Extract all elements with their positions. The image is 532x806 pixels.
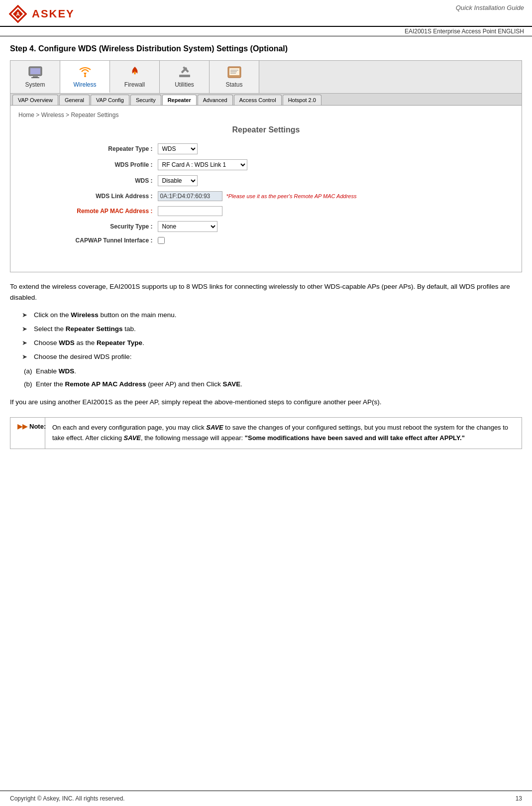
intro-text: To extend the wireless coverage, EAI2001… [10, 281, 522, 303]
breadcrumb: Home > Wireless > Repeater Settings [18, 112, 514, 118]
form-table: Repeater Type : WDS None WDS Profile : [68, 143, 464, 244]
wds-link-address-row: WDS Link Address : *Please use it as the… [68, 191, 464, 201]
note-label: ▶▶ Note: [10, 418, 45, 449]
list-item-4: ➤ Choose the desired WDS profile: [22, 351, 522, 362]
nav-btn-system[interactable]: System [10, 61, 60, 93]
bullet-arrow-1: ➤ [22, 310, 29, 321]
form-area: Home > Wireless > Repeater Settings Repe… [10, 106, 522, 272]
form-title: Repeater Settings [18, 125, 514, 134]
logo-area: A ASKEY [8, 4, 75, 24]
nav-firewall-label: Firewall [124, 81, 145, 88]
logo-text: ASKEY [32, 7, 75, 20]
security-type-control: None WPA2 [158, 221, 217, 232]
sub-step-a: (a) Enable WDS. [24, 366, 522, 377]
nav-system-label: System [25, 81, 45, 88]
remote-ap-row: Remote AP MAC Address : [68, 206, 464, 216]
note-box: ▶▶ Note: On each and every configuration… [10, 417, 522, 449]
quick-guide-label: Quick Installation Guide [456, 4, 524, 11]
nav-utilities-label: Utilities [175, 81, 194, 88]
sub-title: EAI2001S Enterprise Access Point ENGLISH [405, 28, 524, 35]
wds-control: Disable Enable [158, 175, 198, 186]
step-title: Step 4. Configure WDS (Wireless Distribu… [10, 44, 522, 53]
tab-hotspot[interactable]: Hotspot 2.0 [283, 95, 321, 105]
page-number: 13 [516, 795, 522, 802]
capwap-checkbox[interactable] [158, 237, 165, 244]
step2-text: Select the Repeater Settings tab. [34, 324, 136, 335]
intro-paragraph: To extend the wireless coverage, EAI2001… [10, 281, 522, 303]
copyright-text: Copyright © Askey, INC. All rights reser… [10, 795, 125, 802]
nav-buttons-row: System Wireless [10, 61, 522, 94]
wds-select[interactable]: Disable Enable [158, 175, 198, 186]
tab-general[interactable]: General [59, 95, 90, 105]
tab-repeater[interactable]: Repeater [162, 95, 197, 105]
note-label-text: Note: [29, 423, 46, 430]
note-arrow-icon: ▶▶ [17, 423, 27, 430]
tab-advanced[interactable]: Advanced [198, 95, 233, 105]
breadcrumb-sep2: > [66, 112, 71, 118]
nav-btn-wireless[interactable]: Wireless [60, 61, 110, 93]
capwap-label: CAPWAP Tunnel Interface : [68, 237, 158, 244]
capwap-control [158, 237, 165, 244]
remote-ap-control [158, 206, 222, 216]
steps-list: ➤ Click on the Wireless button on the ma… [22, 310, 522, 362]
list-item-1: ➤ Click on the Wireless button on the ma… [22, 310, 522, 321]
svg-rect-11 [179, 75, 190, 77]
svg-rect-5 [30, 68, 40, 74]
repeater-type-select[interactable]: WDS None [158, 143, 198, 154]
remote-ap-input[interactable] [158, 206, 222, 216]
repeater-type-label: Repeater Type : [68, 145, 158, 152]
status-icon [225, 65, 243, 80]
list-item-3: ➤ Choose WDS as the Repeater Type. [22, 338, 522, 348]
wds-link-address-control: *Please use it as the peer's Remote AP M… [158, 191, 357, 201]
breadcrumb-home: Home [18, 112, 34, 118]
wds-profile-control: RF Card A : WDS Link 1 RF Card A : WDS L… [158, 159, 247, 170]
utilities-icon [176, 65, 194, 80]
wds-link-address-input[interactable] [158, 191, 222, 201]
security-type-label: Security Type : [68, 223, 158, 230]
breadcrumb-page: Repeater Settings [71, 112, 118, 118]
step1-text: Click on the Wireless button on the main… [34, 310, 177, 321]
page-footer: Copyright © Askey, INC. All rights reser… [0, 791, 532, 806]
tab-row: VAP Overview General VAP Config Security… [10, 94, 522, 106]
svg-point-8 [84, 75, 86, 77]
nav-btn-utilities[interactable]: Utilities [160, 61, 210, 93]
sub-steps-list: (a) Enable WDS. (b) Enter the Remote AP … [24, 366, 522, 389]
nav-status-label: Status [225, 81, 242, 88]
wds-hint-text: *Please use it as the peer's Remote AP M… [226, 193, 357, 199]
firewall-icon [126, 65, 144, 80]
wds-label: WDS : [68, 177, 158, 184]
sub-step-b: (b) Enter the Remote AP MAC Address (pee… [24, 379, 522, 390]
peer-ap-paragraph: If you are using another EAI2001S as the… [10, 397, 522, 408]
wds-row: WDS : Disable Enable [68, 175, 464, 186]
capwap-row: CAPWAP Tunnel Interface : [68, 237, 464, 244]
peer-ap-section: If you are using another EAI2001S as the… [10, 397, 522, 408]
nav-btn-status[interactable]: Status [210, 61, 259, 93]
nav-btn-firewall[interactable]: Firewall [110, 61, 160, 93]
svg-text:A: A [16, 11, 19, 17]
tab-access-control[interactable]: Access Control [234, 95, 282, 105]
main-content: Step 4. Configure WDS (Wireless Distribu… [0, 36, 532, 467]
repeater-type-row: Repeater Type : WDS None [68, 143, 464, 154]
security-type-row: Security Type : None WPA2 [68, 221, 464, 232]
logo-icon: A [8, 4, 28, 24]
tab-vap-overview[interactable]: VAP Overview [12, 95, 58, 105]
page-header: A ASKEY Quick Installation Guide [0, 0, 532, 27]
security-type-select[interactable]: None WPA2 [158, 221, 217, 232]
repeater-type-control: WDS None [158, 143, 198, 154]
wds-profile-select[interactable]: RF Card A : WDS Link 1 RF Card A : WDS L… [158, 159, 247, 170]
step3-text: Choose WDS as the Repeater Type. [34, 338, 144, 348]
step4-text: Choose the desired WDS profile: [34, 351, 132, 362]
ui-screenshot: System Wireless [10, 60, 522, 272]
wireless-icon [76, 65, 94, 80]
wds-profile-label: WDS Profile : [68, 161, 158, 168]
list-item-2: ➤ Select the Repeater Settings tab. [22, 324, 522, 335]
svg-rect-7 [31, 77, 39, 78]
tab-vap-config[interactable]: VAP Config [91, 95, 129, 105]
breadcrumb-section: Wireless [41, 112, 64, 118]
bullet-arrow-4: ➤ [22, 352, 29, 362]
wds-link-address-label: WDS Link Address : [68, 193, 158, 200]
bullet-arrow-2: ➤ [22, 324, 29, 335]
breadcrumb-sep1: > [36, 112, 41, 118]
system-icon [26, 65, 44, 80]
tab-security[interactable]: Security [130, 95, 161, 105]
